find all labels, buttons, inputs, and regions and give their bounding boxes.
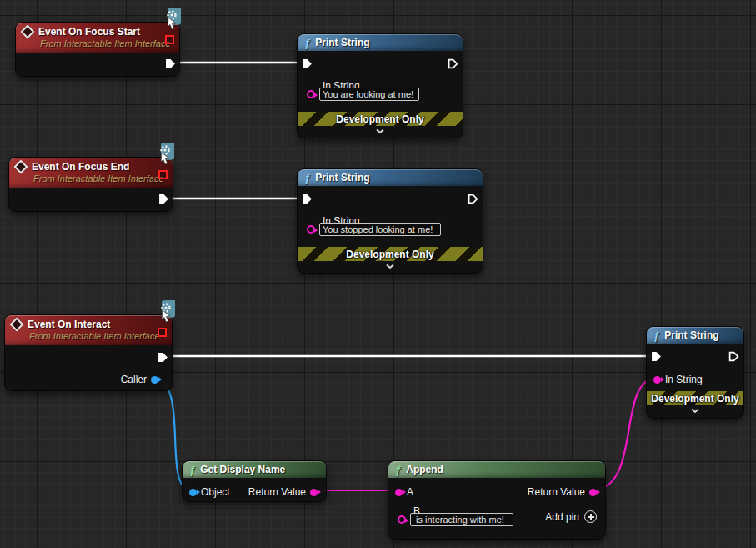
node-title: Event On Focus Start (38, 26, 140, 38)
function-icon: ƒ (395, 465, 401, 475)
node-title: Event On Interact (28, 319, 110, 330)
node-header[interactable]: ƒ Print String (298, 34, 463, 51)
node-title: Print String (315, 172, 369, 184)
interface-override-icon (158, 328, 167, 337)
node-event-on-interact[interactable]: Event On Interact From Interactable Item… (4, 314, 173, 391)
node-append[interactable]: ƒ Append A Return Value B Add pin (388, 460, 606, 540)
node-header[interactable]: ƒ Print String (298, 169, 483, 186)
string-input-pin[interactable] (307, 90, 315, 98)
event-diamond-icon (10, 318, 24, 332)
interface-event-badge-icon (155, 300, 177, 324)
development-only-banner: Development Only (298, 112, 463, 126)
exec-input-pin[interactable] (651, 351, 662, 362)
event-diamond-icon (21, 25, 35, 39)
node-print-string-2[interactable]: ƒ Print String In String Development Onl… (297, 168, 483, 274)
in-string-row: In String (653, 374, 703, 385)
development-only-banner: Development Only (647, 391, 743, 405)
node-print-string-1[interactable]: ƒ Print String In String Development Onl… (297, 33, 463, 138)
return-value-row: Return Value (248, 486, 318, 498)
return-value-label: Return Value (248, 486, 306, 498)
node-header[interactable]: Event On Interact From Interactable Item… (5, 315, 172, 345)
b-row (398, 513, 513, 526)
object-input-pin[interactable] (189, 489, 197, 496)
a-row: A (395, 486, 413, 498)
blueprint-graph-canvas[interactable]: Event On Focus Start From Interactable I… (0, 0, 756, 548)
node-header[interactable]: ƒ Append (388, 461, 605, 478)
string-input-pin[interactable] (307, 225, 315, 234)
function-icon: ƒ (189, 465, 195, 475)
object-row: Object (189, 486, 230, 498)
exec-output-pin[interactable] (728, 351, 739, 362)
node-title: Event On Focus End (32, 161, 129, 173)
collapse-chevron-icon[interactable] (385, 264, 395, 269)
string-output-pin[interactable] (310, 489, 318, 496)
add-pin-plus-icon (584, 510, 597, 523)
string-input-pin[interactable] (653, 376, 661, 384)
node-title: Print String (664, 329, 718, 341)
node-header[interactable]: ƒ Print String (647, 327, 743, 344)
collapse-chevron-icon[interactable] (690, 408, 700, 414)
interface-override-icon (158, 170, 168, 179)
node-header[interactable]: Event On Focus Start From Interactable I… (16, 23, 179, 53)
object-label: Object (201, 486, 230, 498)
exec-output-pin[interactable] (468, 194, 478, 204)
in-string-label: In String (665, 374, 703, 385)
exec-input-pin[interactable] (302, 194, 313, 204)
node-title: Append (406, 464, 443, 475)
node-get-display-name[interactable]: ƒ Get Display Name Object Return Value (182, 460, 327, 502)
exec-input-pin[interactable] (302, 58, 313, 69)
function-icon: ƒ (653, 330, 659, 341)
development-only-banner: Development Only (298, 247, 483, 261)
string-input-pin-a[interactable] (395, 489, 403, 496)
node-header[interactable]: ƒ Get Display Name (183, 461, 326, 478)
banner-label: Development Only (336, 113, 423, 125)
caller-label: Caller (121, 374, 147, 385)
in-string-row (307, 223, 441, 236)
node-subtitle: From Interactable Item Interface (33, 173, 166, 184)
b-input[interactable] (410, 513, 513, 526)
event-diamond-icon (14, 160, 28, 174)
add-pin-button[interactable]: Add pin (545, 510, 597, 523)
in-string-row (307, 88, 419, 101)
exec-output-pin[interactable] (448, 58, 458, 69)
node-subtitle: From Interactable Item Interface (29, 331, 165, 341)
in-string-input[interactable] (319, 223, 441, 236)
interface-event-badge-icon (154, 143, 176, 166)
collapse-chevron-icon[interactable] (375, 128, 385, 134)
node-event-on-focus-end[interactable]: Event On Focus End From Interactable Ite… (8, 157, 173, 212)
node-title: Print String (315, 37, 369, 48)
node-subtitle: From Interactable Item Interface (40, 38, 173, 48)
in-string-input[interactable] (319, 88, 419, 101)
string-input-pin-b[interactable] (398, 515, 406, 524)
return-value-row: Return Value (528, 486, 597, 498)
return-value-label: Return Value (528, 486, 585, 498)
banner-label: Development Only (346, 249, 433, 260)
banner-label: Development Only (651, 393, 738, 405)
caller-row: Caller (121, 374, 158, 385)
interface-override-icon (165, 35, 174, 44)
node-title: Get Display Name (200, 464, 285, 475)
exec-output-pin[interactable] (158, 352, 168, 363)
node-event-on-focus-start[interactable]: Event On Focus Start From Interactable I… (15, 22, 180, 77)
string-output-pin[interactable] (589, 489, 597, 496)
function-icon: ƒ (304, 173, 310, 184)
add-pin-label: Add pin (545, 511, 579, 523)
node-header[interactable]: Event On Focus End From Interactable Ite… (9, 158, 173, 188)
exec-output-pin[interactable] (165, 58, 176, 69)
object-output-pin[interactable] (151, 376, 158, 384)
interface-event-badge-icon (161, 8, 183, 31)
function-icon: ƒ (304, 38, 310, 48)
node-print-string-3[interactable]: ƒ Print String In String Development Onl… (646, 326, 744, 419)
exec-output-pin[interactable] (158, 194, 169, 204)
a-label: A (407, 486, 413, 498)
